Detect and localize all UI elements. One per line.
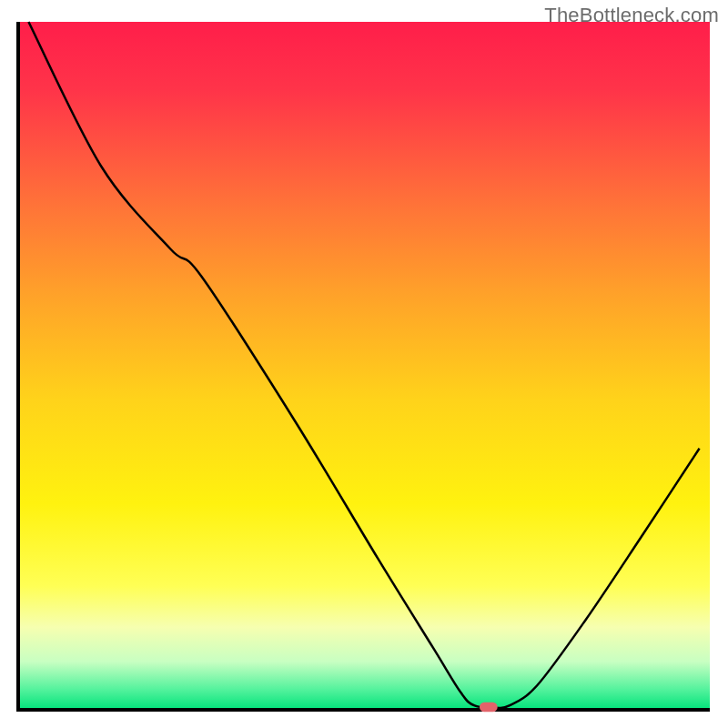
chart-container: TheBottleneck.com xyxy=(0,0,728,728)
chart-plot xyxy=(0,0,728,728)
optimal-marker xyxy=(480,703,498,713)
plot-background xyxy=(18,22,710,710)
